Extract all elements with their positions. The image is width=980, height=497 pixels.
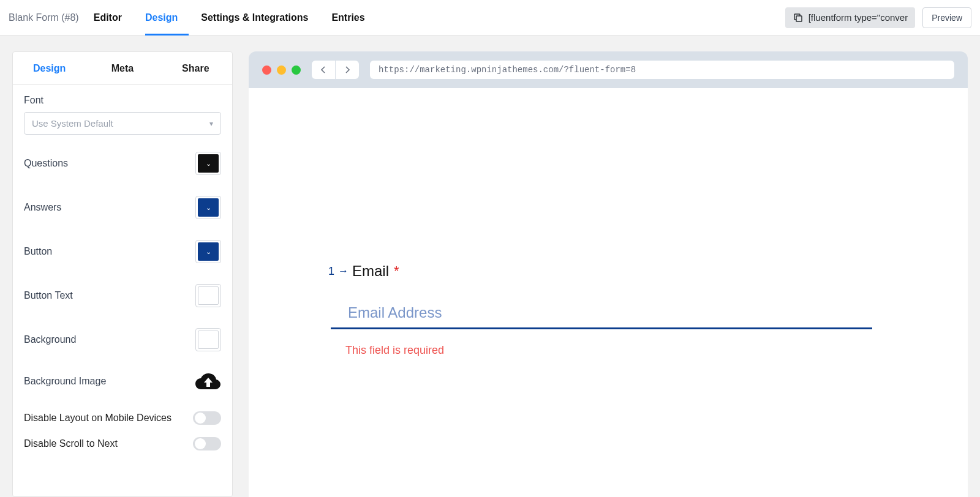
workspace: Design Meta Share Font Use System Defaul… <box>0 36 980 497</box>
svg-rect-0 <box>796 16 802 21</box>
chevron-down-icon: ⌄ <box>206 160 211 168</box>
chevron-down-icon: ⌄ <box>206 248 211 256</box>
font-heading: Font <box>24 95 221 106</box>
row-background-color: Background <box>24 328 221 351</box>
copy-icon <box>793 12 804 23</box>
answers-label: Answers <box>24 202 61 213</box>
cloud-upload-icon[interactable] <box>195 372 221 390</box>
button-text-color-picker[interactable] <box>195 284 221 307</box>
tab-editor[interactable]: Editor <box>94 0 122 35</box>
window-close-dot <box>262 65 271 75</box>
design-settings: Font Use System Default ▾ Questions ⌄ An… <box>13 85 232 496</box>
shortcode-text: [fluentform type="conver <box>809 12 908 23</box>
error-message: This field is required <box>328 344 870 357</box>
row-background-image: Background Image <box>24 372 221 390</box>
design-panel: Design Meta Share Font Use System Defaul… <box>12 51 233 497</box>
main-nav: Editor Design Settings & Integrations En… <box>94 0 365 35</box>
question-label: Email <box>352 263 389 280</box>
button-color-picker[interactable]: ⌄ <box>195 240 221 263</box>
top-bar-right: [fluentform type="conver Preview <box>785 7 971 28</box>
question-block: 1 → Email * This field is required <box>328 263 870 357</box>
tab-design[interactable]: Design <box>145 0 178 35</box>
preview-pane: https://marketing.wpninjathemes.com/?flu… <box>249 51 968 497</box>
arrow-right-icon: → <box>338 265 349 277</box>
subtab-meta[interactable]: Meta <box>86 52 159 84</box>
disable-mobile-toggle[interactable] <box>193 411 221 425</box>
nav-arrows <box>312 61 359 79</box>
answers-color-picker[interactable]: ⌄ <box>195 196 221 219</box>
form-viewport: 1 → Email * This field is required <box>249 88 968 497</box>
questions-label: Questions <box>24 158 68 169</box>
design-subtabs: Design Meta Share <box>13 52 232 85</box>
nav-back-button[interactable] <box>312 61 335 79</box>
disable-scroll-label: Disable Scroll to Next <box>24 438 118 449</box>
browser-chrome: https://marketing.wpninjathemes.com/?flu… <box>249 51 968 88</box>
questions-color-picker[interactable]: ⌄ <box>195 152 221 175</box>
background-color-label: Background <box>24 334 76 345</box>
window-maximize-dot <box>292 65 301 75</box>
row-disable-scroll: Disable Scroll to Next <box>24 437 221 450</box>
row-answers-color: Answers ⌄ <box>24 196 221 219</box>
row-disable-mobile: Disable Layout on Mobile Devices <box>24 411 221 425</box>
chevron-down-icon: ▾ <box>209 119 213 128</box>
top-bar: Blank Form (#8) Editor Design Settings &… <box>0 0 980 36</box>
required-asterisk: * <box>394 263 399 279</box>
question-header: 1 → Email * <box>328 263 870 280</box>
tab-entries[interactable]: Entries <box>331 0 364 35</box>
button-color-label: Button <box>24 246 52 257</box>
button-text-color-label: Button Text <box>24 290 73 301</box>
question-number: 1 <box>328 265 334 278</box>
url-bar[interactable]: https://marketing.wpninjathemes.com/?flu… <box>370 61 954 79</box>
nav-forward-button[interactable] <box>336 61 359 79</box>
traffic-lights <box>262 65 301 75</box>
form-name: Blank Form (#8) <box>9 12 79 23</box>
subtab-design[interactable]: Design <box>13 52 86 84</box>
font-select[interactable]: Use System Default ▾ <box>24 112 221 135</box>
email-input[interactable] <box>331 302 872 329</box>
background-image-label: Background Image <box>24 376 106 387</box>
background-color-picker[interactable] <box>195 328 221 351</box>
window-minimize-dot <box>277 65 286 75</box>
row-button-color: Button ⌄ <box>24 240 221 263</box>
disable-scroll-toggle[interactable] <box>193 437 221 450</box>
subtab-share[interactable]: Share <box>159 52 232 84</box>
chevron-down-icon: ⌄ <box>206 204 211 212</box>
disable-mobile-label: Disable Layout on Mobile Devices <box>24 413 172 424</box>
row-button-text-color: Button Text <box>24 284 221 307</box>
preview-button[interactable]: Preview <box>922 7 971 28</box>
row-questions-color: Questions ⌄ <box>24 152 221 175</box>
tab-settings-integrations[interactable]: Settings & Integrations <box>201 0 308 35</box>
font-select-placeholder: Use System Default <box>32 118 113 129</box>
shortcode-box[interactable]: [fluentform type="conver <box>785 7 916 28</box>
